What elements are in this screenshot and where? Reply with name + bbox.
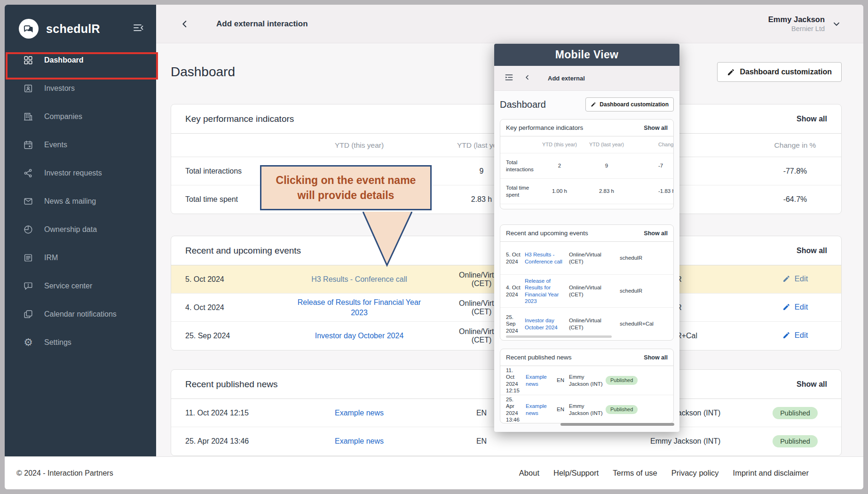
news-date: 25. Apr 2024 13:46 xyxy=(185,437,270,446)
mobile-view-header: Mobile View xyxy=(494,44,679,66)
mobile-news-title: Recent published news xyxy=(506,354,572,361)
mobile-kpi-row: Total time spent 1.00 h 2.83 h -1.83 h xyxy=(500,179,673,204)
building-icon xyxy=(23,111,34,122)
news-name-link[interactable]: Example news xyxy=(335,436,384,446)
sidebar-item-label: Service center xyxy=(44,282,92,290)
horizontal-scrollbar xyxy=(506,335,612,338)
sidebar-item-settings[interactable]: ⚙ Settings xyxy=(5,328,156,357)
mobile-news-card: Recent published news Show all 11. Oct 2… xyxy=(500,349,674,423)
dashboard-customization-button[interactable]: Dashboard customization xyxy=(717,62,842,82)
event-edit-button[interactable]: Edit xyxy=(782,303,808,311)
sidebar-item-investor-requests[interactable]: Investor requests xyxy=(5,159,156,187)
news-card-title: Recent published news xyxy=(185,379,277,390)
sidebar-item-label: Companies xyxy=(44,112,82,121)
kpi-row-label: Total interactions xyxy=(185,167,270,175)
mobile-view-panel: Mobile View Add external Dashboard Dashb… xyxy=(494,44,679,432)
event-name-link[interactable]: Release of Results for Financial Year 20… xyxy=(289,297,430,318)
kpi-change-value: -77.8% xyxy=(763,167,827,175)
news-show-all-link[interactable]: Show all xyxy=(797,380,827,389)
status-badge: Published xyxy=(773,435,818,447)
chat-exclamation-icon xyxy=(23,280,34,292)
chevron-down-icon[interactable] xyxy=(831,19,842,29)
pie-chart-icon xyxy=(23,224,34,235)
user-company: Bernier Ltd xyxy=(768,25,825,32)
sidebar-item-service-center[interactable]: Service center xyxy=(5,272,156,300)
mobile-news-row: 11. Oct 2024 12:15 Example news EN Emmy … xyxy=(500,366,673,395)
sidebar-item-investors[interactable]: Investors xyxy=(5,74,156,103)
footer-link-help[interactable]: Help/Support xyxy=(553,469,599,478)
id-badge-icon xyxy=(23,83,34,94)
news-name-link[interactable]: Example news xyxy=(335,408,384,418)
kpi-row-label: Total time spent xyxy=(185,195,270,204)
copy-calendar-icon xyxy=(23,309,34,320)
copyright-text: © 2024 - Interaction Partners xyxy=(16,469,113,478)
sidebar-item-label: News & mailing xyxy=(44,197,96,206)
mobile-events-show-all: Show all xyxy=(644,230,668,237)
pencil-icon xyxy=(727,68,735,76)
sidebar-item-label: IRM xyxy=(44,254,58,262)
sidebar-item-events[interactable]: Events xyxy=(5,131,156,159)
sidebar-item-label: Investor requests xyxy=(44,169,102,177)
footer-link-about[interactable]: About xyxy=(519,469,539,478)
event-edit-button[interactable]: Edit xyxy=(782,274,808,283)
sidebar-collapse-icon[interactable] xyxy=(133,22,144,35)
footer: © 2024 - Interaction Partners About Help… xyxy=(5,456,863,489)
events-card-title: Recent and upcoming events xyxy=(185,246,301,256)
kpi-show-all-link[interactable]: Show all xyxy=(797,115,827,123)
back-chevron-icon xyxy=(524,74,531,83)
footer-link-imprint[interactable]: Imprint and disclaimer xyxy=(733,469,809,478)
back-chevron-icon[interactable] xyxy=(180,19,190,29)
news-date: 11. Oct 2024 12:15 xyxy=(185,409,270,417)
mobile-events-card: Recent and upcoming events Show all 5. O… xyxy=(500,224,674,341)
pencil-icon xyxy=(782,303,790,311)
kpi-col-this-year: YTD (this year) xyxy=(270,141,449,150)
event-name-link[interactable]: H3 Results - Conference call xyxy=(311,274,407,285)
user-name: Emmy Jackson xyxy=(768,15,825,24)
document-lines-icon xyxy=(23,252,34,263)
sidebar-item-companies[interactable]: Companies xyxy=(5,103,156,131)
news-author: Emmy Jackson (INT) xyxy=(650,437,763,446)
calendar-icon xyxy=(23,139,34,151)
sidebar-item-ownership-data[interactable]: Ownership data xyxy=(5,215,156,244)
annotation-tooltip-text: Clicking on the event name will provide … xyxy=(261,173,430,203)
event-date: 4. Oct 2024 xyxy=(185,303,270,312)
mobile-topbar-title: Add external xyxy=(548,75,585,82)
footer-link-privacy[interactable]: Privacy policy xyxy=(671,469,719,478)
pencil-icon xyxy=(782,275,790,283)
mobile-kpi-card: Key performance indicators Show all YTD … xyxy=(500,119,674,209)
sidebar-item-calendar-notifications[interactable]: Calendar notifications xyxy=(5,300,156,328)
mobile-page-title: Dashboard xyxy=(500,99,546,110)
event-name-link[interactable]: Investor day October 2024 xyxy=(315,331,404,341)
gear-icon: ⚙ xyxy=(23,337,34,348)
page-title: Dashboard xyxy=(171,64,235,80)
mobile-events-title: Recent and upcoming events xyxy=(506,230,588,237)
event-date: 25. Sep 2024 xyxy=(185,332,270,340)
sidebar-item-news-mailing[interactable]: News & mailing xyxy=(5,187,156,215)
user-menu[interactable]: Emmy Jackson Bernier Ltd xyxy=(768,15,825,32)
logo-row: schedulR xyxy=(5,5,156,39)
event-edit-button[interactable]: Edit xyxy=(782,331,808,340)
annotation-tooltip: Clicking on the event name will provide … xyxy=(260,165,432,210)
mobile-news-row: 25. Apr 2024 13:46 Example news EN Emmy … xyxy=(500,395,673,423)
sidebar-item-dashboard[interactable]: Dashboard xyxy=(5,46,156,74)
mobile-kpi-row: Total interactions 2 9 -7 xyxy=(500,153,673,179)
sidebar-item-label: Investors xyxy=(44,84,75,93)
sidebar-item-label: Events xyxy=(44,141,67,149)
mobile-news-show-all: Show all xyxy=(644,354,668,361)
sidebar-item-label: Dashboard xyxy=(44,56,84,64)
pencil-icon xyxy=(782,331,790,339)
sidebar-item-irm[interactable]: IRM xyxy=(5,244,156,272)
sidebar-item-label: Calendar notifications xyxy=(44,310,117,319)
events-show-all-link[interactable]: Show all xyxy=(797,247,827,255)
app-window: schedulR Dashboard Investors Companies xyxy=(5,5,863,489)
topbar: Add external interaction Emmy Jackson Be… xyxy=(156,5,863,43)
mobile-event-row: 4. Oct 2024 Release of Results for Finan… xyxy=(500,275,673,308)
indent-menu-icon xyxy=(505,73,513,84)
topbar-title: Add external interaction xyxy=(216,19,308,29)
footer-link-terms[interactable]: Terms of use xyxy=(613,469,657,478)
mobile-dashboard-customization-button: Dashboard customization xyxy=(585,97,674,112)
sidebar: schedulR Dashboard Investors Companies xyxy=(5,5,156,456)
share-nodes-icon xyxy=(23,167,34,179)
sidebar-nav: Dashboard Investors Companies Events Inv… xyxy=(5,46,156,357)
app-title: schedulR xyxy=(46,22,133,36)
